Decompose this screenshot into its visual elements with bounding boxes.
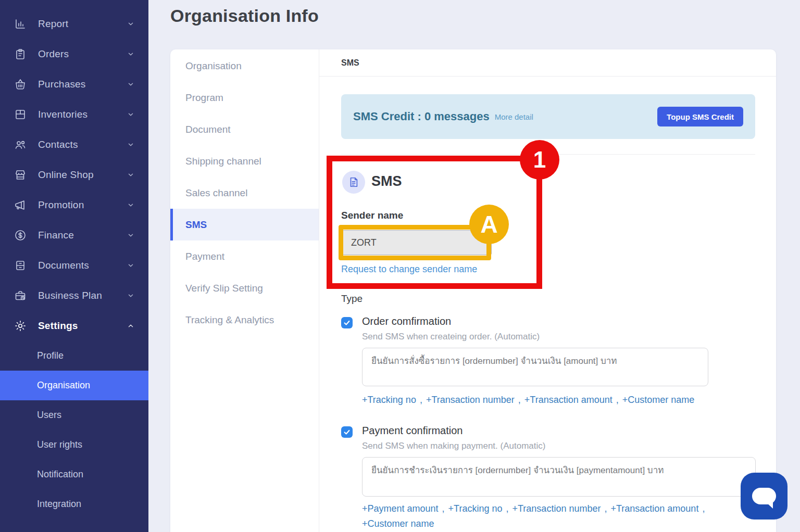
chat-bubble-icon xyxy=(752,488,776,504)
tag-separator: , xyxy=(604,503,607,514)
tag-transaction-amount[interactable]: +Transaction amount xyxy=(610,503,698,514)
tag-tracking-no[interactable]: +Tracking no xyxy=(448,503,503,514)
chevron-down-icon xyxy=(127,171,135,179)
nav-label: SMS xyxy=(185,219,207,231)
order-confirmation-checkbox[interactable] xyxy=(341,317,353,328)
tag-customer-name[interactable]: +Customer name xyxy=(622,395,695,405)
nav-label: Shipping channel xyxy=(185,156,261,167)
settings-nav-organisation[interactable]: Organisation xyxy=(170,50,319,82)
purchases-basket-icon xyxy=(14,78,27,91)
payment-confirmation-description: Send SMS when making payment. (Automatic… xyxy=(362,441,545,451)
chevron-down-icon xyxy=(127,20,135,28)
orders-clipboard-icon xyxy=(14,48,27,60)
payment-confirmation-checkbox[interactable] xyxy=(341,426,353,438)
contacts-people-icon xyxy=(14,138,27,151)
type-label: Type xyxy=(341,293,362,305)
tag-payment-amount[interactable]: +Payment amount xyxy=(362,503,439,514)
payment-sms-template-textarea[interactable]: ยืนยันการชำระเงินรายการ [ordernumber] จำ… xyxy=(362,457,756,497)
sidebar-item-label: Report xyxy=(38,18,127,30)
tag-separator: , xyxy=(442,503,445,514)
sidebar-item-business-plan[interactable]: Business Plan xyxy=(0,281,148,311)
settings-nav-sales-channel[interactable]: Sales channel xyxy=(170,177,319,209)
sms-credit-text: SMS Credit : 0 messages xyxy=(353,110,490,123)
tag-transaction-amount[interactable]: +Transaction amount xyxy=(524,395,612,405)
submenu-item-user-rights[interactable]: User rights xyxy=(0,430,148,460)
submenu-item-organisation[interactable]: Organisation xyxy=(0,371,148,400)
submenu-label: Notification xyxy=(37,469,83,480)
submenu-label: Integration xyxy=(37,499,81,510)
submenu-item-users[interactable]: Users xyxy=(0,400,148,430)
nav-label: Program xyxy=(185,92,223,104)
sidebar-item-online-shop[interactable]: Online Shop xyxy=(0,160,148,190)
submenu-label: User rights xyxy=(37,439,82,450)
sidebar-item-label: Purchases xyxy=(38,79,127,90)
sender-name-input[interactable] xyxy=(342,230,492,255)
more-detail-link[interactable]: More detail xyxy=(495,112,533,121)
topup-sms-credit-button[interactable]: Topup SMS Credit xyxy=(657,107,743,126)
order-template-tags: +Tracking no,+Transaction number,+Transa… xyxy=(362,395,694,406)
nav-label: Document xyxy=(185,124,231,135)
check-icon xyxy=(343,428,351,436)
chevron-down-icon xyxy=(127,261,135,270)
divider xyxy=(341,154,755,155)
tag-tracking-no[interactable]: +Tracking no xyxy=(362,395,416,405)
nav-label: Organisation xyxy=(185,60,242,72)
chat-widget-button[interactable] xyxy=(741,473,788,520)
payment-template-tags-line2: +Customer name xyxy=(362,518,434,529)
settings-submenu: Profile Organisation Users User rights N… xyxy=(0,341,148,519)
sidebar-item-inventories[interactable]: Inventories xyxy=(0,99,148,130)
settings-nav-document[interactable]: Document xyxy=(170,113,319,145)
check-icon xyxy=(343,319,351,326)
submenu-item-integration[interactable]: Integration xyxy=(0,489,148,519)
submenu-item-profile[interactable]: Profile xyxy=(0,341,148,371)
tag-separator: , xyxy=(420,395,422,405)
tag-transaction-number[interactable]: +Transaction number xyxy=(426,395,515,405)
settings-nav-payment[interactable]: Payment xyxy=(170,240,319,272)
payment-confirmation-label: Payment confirmation xyxy=(362,425,463,437)
sms-credit-banner: SMS Credit : 0 messages More detail Topu… xyxy=(341,94,755,139)
submenu-label: Organisation xyxy=(37,380,90,391)
tag-separator: , xyxy=(506,503,509,514)
order-sms-template-textarea[interactable]: ยืนยันการสั่งซื้อรายการ [ordernumber] จำ… xyxy=(362,348,708,386)
nav-label: Sales channel xyxy=(185,187,247,199)
settings-nav-sms[interactable]: SMS xyxy=(170,209,319,240)
sender-name-label: Sender name xyxy=(341,210,403,221)
settings-nav-verify-slip[interactable]: Verify Slip Setting xyxy=(170,272,319,304)
sidebar-item-label: Orders xyxy=(38,48,127,60)
sidebar: Report Orders Purchases Inventories Cont… xyxy=(0,0,148,532)
settings-nav-program[interactable]: Program xyxy=(170,82,319,113)
tag-transaction-number[interactable]: +Transaction number xyxy=(512,503,601,514)
sidebar-item-finance[interactable]: Finance xyxy=(0,220,148,250)
sidebar-item-label: Settings xyxy=(38,320,127,332)
chevron-down-icon xyxy=(127,110,135,119)
online-shop-storefront-icon xyxy=(14,169,27,181)
documents-cabinet-icon xyxy=(14,259,27,272)
sidebar-item-settings[interactable]: Settings xyxy=(0,311,148,341)
chevron-down-icon xyxy=(127,231,135,239)
tag-separator: , xyxy=(518,395,521,405)
sidebar-item-documents[interactable]: Documents xyxy=(0,250,148,281)
sidebar-item-purchases[interactable]: Purchases xyxy=(0,69,148,99)
chevron-down-icon xyxy=(127,292,135,300)
submenu-item-notification[interactable]: Notification xyxy=(0,460,148,489)
sms-document-icon xyxy=(342,171,365,194)
sidebar-item-label: Inventories xyxy=(38,109,127,120)
chevron-down-icon xyxy=(127,80,135,88)
sidebar-item-promotion[interactable]: Promotion xyxy=(0,190,148,220)
sms-section-heading: SMS xyxy=(371,173,402,189)
promotion-megaphone-icon xyxy=(14,199,27,211)
business-plan-briefcase-icon xyxy=(14,289,27,302)
sidebar-item-orders[interactable]: Orders xyxy=(0,39,148,69)
inventories-box-icon xyxy=(14,108,27,121)
divider xyxy=(319,76,776,77)
settings-nav-tracking-analytics[interactable]: Tracking & Analytics xyxy=(170,304,319,336)
tag-separator: , xyxy=(616,395,619,405)
payment-template-tags-line1: +Payment amount,+Tracking no,+Transactio… xyxy=(362,503,708,514)
settings-nav-shipping-channel[interactable]: Shipping channel xyxy=(170,145,319,177)
sidebar-item-report[interactable]: Report xyxy=(0,9,148,39)
page-title: Organisation Info xyxy=(170,6,319,26)
tag-customer-name[interactable]: +Customer name xyxy=(362,518,434,529)
request-change-sender-link[interactable]: Request to change sender name xyxy=(341,264,477,275)
sidebar-item-contacts[interactable]: Contacts xyxy=(0,130,148,160)
sidebar-item-label: Online Shop xyxy=(38,169,127,181)
